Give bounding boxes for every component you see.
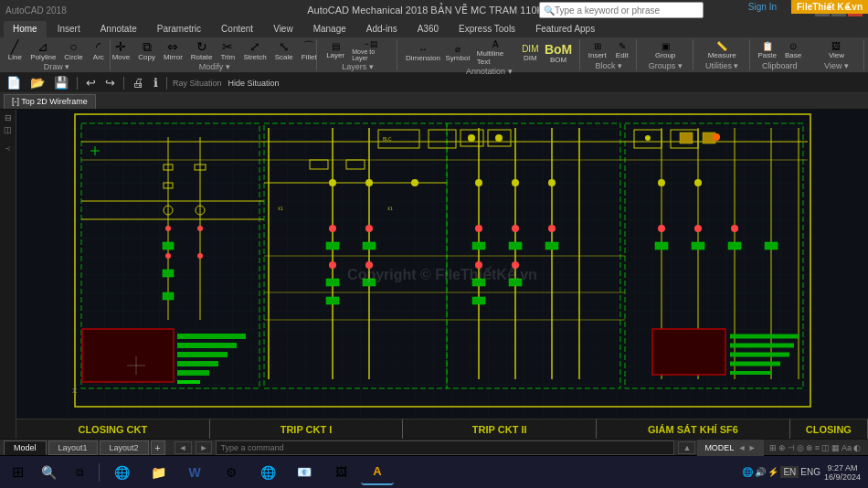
svg-rect-84	[652, 329, 725, 375]
layout-tab-layout1[interactable]: Layout1	[48, 440, 98, 455]
taskbar-autocad[interactable]: A	[361, 460, 394, 485]
svg-point-57	[548, 179, 556, 186]
taskbar-edge[interactable]: 🌐	[105, 460, 138, 485]
paste-button[interactable]: 📋Paste	[756, 41, 779, 60]
tab-content[interactable]: Content	[212, 21, 262, 37]
copy-button[interactable]: ⧉Copy	[135, 39, 158, 62]
layout-tabs-bar: Model Layout1 Layout2 + ◄ ► ▲ MODEL ◄ ► …	[0, 439, 868, 455]
scale-button[interactable]: ⤡Scale	[272, 39, 296, 62]
move-to-layer-button[interactable]: →▤Move to Layer	[349, 39, 391, 62]
svg-point-36	[329, 179, 336, 186]
start-button[interactable]: ⊞	[4, 460, 31, 485]
tab-insert[interactable]: Insert	[48, 21, 90, 37]
grid-toggle[interactable]: ⊞	[769, 443, 777, 452]
ortho-toggle[interactable]: ⊣	[788, 443, 795, 452]
y-axis-label: Y	[4, 146, 12, 151]
command-input[interactable]	[216, 440, 674, 455]
new-button[interactable]: 📄	[4, 75, 24, 90]
groups-group-label: Groups ▾	[649, 61, 683, 70]
annotation-group-label: Annotation ▾	[466, 67, 513, 76]
taskbar-settings[interactable]: ⚙	[215, 460, 248, 485]
layout-tab-layout2[interactable]: Layout2	[100, 440, 149, 455]
signin-button[interactable]: Sign In	[748, 2, 777, 12]
properties-button[interactable]: ℹ	[151, 75, 161, 90]
edit-button[interactable]: ✎Edit	[612, 41, 632, 60]
layout-tab-model[interactable]: Model	[4, 440, 47, 455]
circle-button[interactable]: ○Circle	[61, 39, 85, 62]
multiline-text-button[interactable]: AMultiline Text	[474, 39, 517, 67]
stretch-button[interactable]: ⤢Stretch	[240, 39, 269, 62]
ribbon: Home Insert Annotate Parametric Content …	[0, 20, 868, 73]
command-next-button[interactable]: ►	[196, 441, 213, 454]
svg-text:X1: X1	[387, 206, 393, 211]
group-button[interactable]: ▣Group	[652, 41, 678, 60]
taskbar-outlook[interactable]: 📧	[288, 460, 321, 485]
snap-toggle[interactable]: ⊕	[778, 443, 786, 452]
tab-a360[interactable]: A360	[408, 21, 448, 37]
tab-manage[interactable]: Manage	[304, 21, 355, 37]
lang-indicator[interactable]: EN	[780, 466, 799, 478]
transparency-toggle[interactable]: ◫	[821, 443, 830, 452]
task-view-button[interactable]: ⧉	[66, 460, 93, 485]
annotation-toggle[interactable]: Aa	[842, 443, 852, 452]
open-button[interactable]: 📂	[27, 75, 48, 90]
fillet-button[interactable]: ⌒Fillet	[299, 39, 320, 62]
arc-button[interactable]: ◜Arc	[89, 39, 109, 62]
layers-button[interactable]: ▤Layer	[324, 41, 346, 60]
symbol-button[interactable]: ⌀Symbol	[444, 44, 471, 63]
undo-button[interactable]: ↩	[83, 75, 99, 90]
tab-featuredapps[interactable]: Featured Apps	[526, 21, 604, 37]
layout-tab-add-button[interactable]: +	[151, 440, 165, 455]
osnap-toggle[interactable]: ⊗	[806, 443, 813, 452]
base-button[interactable]: ⊙Base	[782, 41, 804, 60]
dimension-button[interactable]: ↔Dimension	[405, 44, 441, 63]
sidebar-icon-model[interactable]: ⊟	[5, 113, 12, 122]
polar-toggle[interactable]: ◎	[797, 443, 804, 452]
command-prev-button[interactable]: ◄	[175, 441, 192, 454]
isolate-toggle[interactable]: ◐	[853, 443, 861, 452]
selection-toggle[interactable]: ▦	[831, 443, 840, 452]
tab-addins[interactable]: Add-ins	[357, 21, 407, 37]
save-button[interactable]: 💾	[51, 75, 71, 90]
tab-home[interactable]: Home	[4, 21, 47, 37]
polyline-button[interactable]: ⊿Polyline	[27, 39, 58, 62]
hide-situation-button[interactable]: Hide Situation	[226, 78, 282, 89]
taskbar-photos[interactable]: 🖼	[324, 460, 357, 485]
svg-point-39	[329, 225, 336, 232]
rotate-button[interactable]: ↻Rotate	[188, 39, 216, 62]
insert-button[interactable]: ⊞Insert	[586, 41, 609, 60]
modify-tools: ✛Move ⧉Copy ⇔Mirror ↻Rotate ✂Trim ⤢Stret…	[110, 39, 320, 62]
sidebar-icon-view[interactable]: ◫	[4, 125, 12, 134]
plot-button[interactable]: 🖨	[130, 75, 147, 90]
tab-view[interactable]: View	[264, 21, 302, 37]
mirror-button[interactable]: ⇔Mirror	[161, 39, 185, 62]
drawing-view[interactable]: Copyright © FileThiếtKế.vn	[16, 110, 868, 439]
measure-button[interactable]: 📏Measure	[705, 41, 739, 60]
svg-point-97	[468, 134, 475, 142]
move-button[interactable]: ✛Move	[110, 39, 133, 62]
line-button[interactable]: ╱Line	[5, 39, 25, 62]
view-button[interactable]: 🖼View	[826, 41, 847, 60]
svg-point-59	[512, 225, 519, 232]
svg-point-37	[365, 179, 373, 186]
search-input[interactable]	[555, 5, 699, 16]
dim-button[interactable]: DIMDIM	[520, 44, 540, 63]
tab-parametric[interactable]: Parametric	[148, 21, 210, 37]
taskbar-word[interactable]: W	[178, 460, 211, 485]
svg-rect-65	[472, 297, 485, 304]
lineweight-toggle[interactable]: ≡	[815, 443, 820, 452]
command-expand-button[interactable]: ▲	[678, 441, 695, 454]
view-tab-top[interactable]: [-] Top 2D Wireframe	[4, 94, 96, 109]
search-bar[interactable]: 🔍	[539, 2, 704, 18]
tab-annotate[interactable]: Annotate	[91, 21, 146, 37]
bom-button[interactable]: BoM BOM	[544, 42, 574, 65]
trim-button[interactable]: ✂Trim	[217, 39, 238, 62]
taskbar-explorer[interactable]: 📁	[142, 460, 175, 485]
taskbar-chrome[interactable]: 🌐	[251, 460, 284, 485]
svg-point-79	[731, 225, 738, 232]
redo-button[interactable]: ↪	[102, 75, 118, 90]
svg-point-20	[165, 226, 171, 231]
tab-expresstools[interactable]: Express Tools	[450, 21, 524, 37]
canvas-area[interactable]: Copyright © FileThiếtKế.vn	[16, 110, 868, 439]
search-button[interactable]: 🔍	[35, 460, 62, 485]
